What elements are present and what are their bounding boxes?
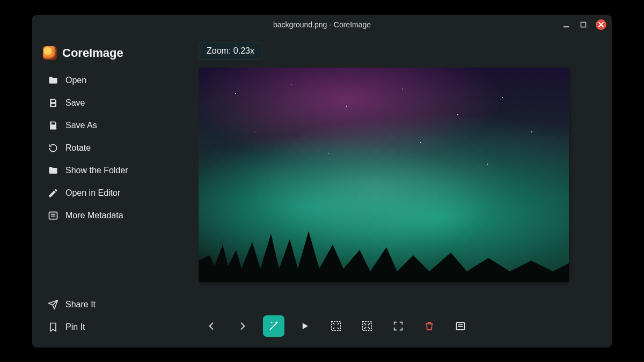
folder-icon xyxy=(47,75,59,86)
trash-icon xyxy=(424,321,435,331)
sidebar: CoreImage Open Save xyxy=(32,34,193,348)
next-button[interactable] xyxy=(232,315,253,337)
sidebar-item-open-editor[interactable]: Open in Editor xyxy=(44,183,186,203)
sidebar-item-pin[interactable]: Pin It xyxy=(44,317,186,337)
play-button[interactable] xyxy=(294,315,316,337)
fullscreen-button[interactable] xyxy=(387,315,409,337)
image-content xyxy=(199,218,569,282)
fit-arrows-icon xyxy=(330,320,342,332)
rotate-icon xyxy=(47,142,59,154)
sidebar-item-label: More Metadata xyxy=(65,211,123,220)
minimize-button[interactable] xyxy=(561,20,571,29)
app-window: background.png - CoreImage xyxy=(32,15,612,348)
close-button[interactable] xyxy=(596,19,606,30)
delete-button[interactable] xyxy=(419,315,440,337)
sidebar-item-save-as[interactable]: Save As xyxy=(44,116,186,135)
expand-icon xyxy=(392,320,404,332)
sidebar-bottom-menu: Share It Pin It xyxy=(40,295,186,340)
window-title: background.png - CoreImage xyxy=(273,20,371,29)
share-icon xyxy=(47,299,59,311)
brand: CoreImage xyxy=(40,44,186,71)
titlebar: background.png - CoreImage xyxy=(32,15,612,34)
bookmark-icon xyxy=(47,321,59,333)
sidebar-item-label: Share It xyxy=(65,300,96,309)
sidebar-item-label: Show the Folder xyxy=(65,166,128,175)
brand-name: CoreImage xyxy=(62,46,123,60)
sidebar-item-label: Open in Editor xyxy=(65,188,120,198)
folder-icon xyxy=(47,165,59,176)
sidebar-item-show-folder[interactable]: Show the Folder xyxy=(44,161,186,180)
close-icon xyxy=(598,22,604,27)
maximize-button[interactable] xyxy=(579,20,588,29)
sidebar-item-label: Save xyxy=(65,98,85,108)
sidebar-item-label: Save As xyxy=(65,121,97,130)
sidebar-menu: Open Save Save As xyxy=(40,71,186,225)
image-canvas xyxy=(199,68,569,282)
properties-button[interactable] xyxy=(450,315,471,337)
sidebar-item-label: Rotate xyxy=(65,143,91,153)
metadata-icon xyxy=(47,210,59,221)
svg-rect-5 xyxy=(332,321,341,330)
image-viewer[interactable] xyxy=(199,68,590,309)
sidebar-item-save[interactable]: Save xyxy=(44,93,186,113)
grow-arrows-icon xyxy=(361,320,373,332)
save-icon xyxy=(47,97,59,109)
magic-button[interactable] xyxy=(263,315,284,337)
pencil-icon xyxy=(47,187,59,199)
sidebar-item-share[interactable]: Share It xyxy=(44,295,186,314)
svg-rect-6 xyxy=(363,321,372,330)
play-icon xyxy=(299,321,310,331)
minimize-icon xyxy=(562,21,570,28)
chevron-left-icon xyxy=(206,321,217,331)
sidebar-item-label: Open xyxy=(65,76,86,85)
chevron-right-icon xyxy=(237,321,248,331)
metadata-icon xyxy=(455,321,466,331)
actual-size-button[interactable] xyxy=(356,315,378,337)
zoom-badge: Zoom: 0.23x xyxy=(199,42,262,60)
prev-button[interactable] xyxy=(201,315,222,337)
sidebar-item-rotate[interactable]: Rotate xyxy=(44,138,186,158)
sidebar-item-label: Pin It xyxy=(65,322,85,332)
fit-button[interactable] xyxy=(325,315,347,337)
wand-icon xyxy=(268,320,280,332)
maximize-icon xyxy=(580,21,587,28)
main-pane: Zoom: 0.23x xyxy=(193,34,612,348)
bottom-toolbar xyxy=(199,309,590,348)
svg-rect-1 xyxy=(581,22,586,27)
sidebar-item-open[interactable]: Open xyxy=(44,71,186,90)
sidebar-item-metadata[interactable]: More Metadata xyxy=(44,206,186,225)
app-logo-icon xyxy=(43,46,57,60)
save-as-icon xyxy=(47,120,59,131)
